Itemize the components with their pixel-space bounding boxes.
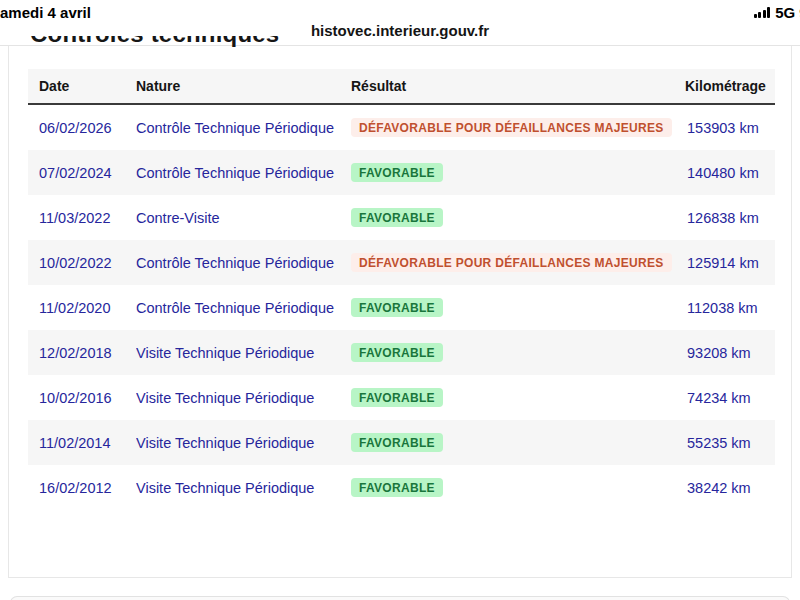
inspections-table: DateNatureRésultatKilométrage 06/02/2026… xyxy=(28,69,775,510)
controles-techniques-card: DateNatureRésultatKilométrage 06/02/2026… xyxy=(8,46,792,578)
section-title-clip: Contrôles techniques xyxy=(30,36,279,49)
table-row: 11/03/2022Contre-VisiteFAVORABLE126838 k… xyxy=(28,195,775,240)
table-row: 11/02/2014Visite Technique PériodiqueFAV… xyxy=(28,420,775,465)
status-right-cluster: 5G 90 xyxy=(754,4,800,21)
network-label: 5G 90 xyxy=(775,4,800,21)
page-title: Contrôles techniques xyxy=(30,36,279,48)
table-row: 16/02/2012Visite Technique PériodiqueFAV… xyxy=(28,465,775,510)
resultat-cell: FAVORABLE xyxy=(351,298,685,317)
column-header-date: Date xyxy=(39,78,136,94)
nature-cell: Visite Technique Périodique xyxy=(136,480,351,496)
km-cell: 125914 km xyxy=(685,255,775,271)
resultat-badge: FAVORABLE xyxy=(351,343,443,362)
nature-cell: Contrôle Technique Périodique xyxy=(136,300,351,316)
km-cell: 112038 km xyxy=(685,300,775,316)
status-date: Samedi 4 avril xyxy=(0,4,91,21)
date-cell: 11/03/2022 xyxy=(39,210,136,226)
table-row: 12/02/2018Visite Technique PériodiqueFAV… xyxy=(28,330,775,375)
nature-cell: Visite Technique Périodique xyxy=(136,435,351,451)
date-cell: 10/02/2022 xyxy=(39,255,136,271)
nature-cell: Contrôle Technique Périodique xyxy=(136,120,351,136)
km-cell: 93208 km xyxy=(685,345,775,361)
table-row: 07/02/2024Contrôle Technique PériodiqueF… xyxy=(28,150,775,195)
table-row: 06/02/2026Contrôle Technique PériodiqueD… xyxy=(28,105,775,150)
table-header-row: DateNatureRésultatKilométrage xyxy=(28,69,775,105)
km-cell: 126838 km xyxy=(685,210,775,226)
resultat-badge: FAVORABLE xyxy=(351,388,443,407)
resultat-cell: FAVORABLE xyxy=(351,163,685,182)
nature-cell: Visite Technique Périodique xyxy=(136,390,351,406)
resultat-badge: FAVORABLE xyxy=(351,298,443,317)
nature-cell: Contre-Visite xyxy=(136,210,351,226)
resultat-badge: FAVORABLE xyxy=(351,433,443,452)
date-cell: 07/02/2024 xyxy=(39,165,136,181)
resultat-badge: FAVORABLE xyxy=(351,163,443,182)
resultat-badge: FAVORABLE xyxy=(351,208,443,227)
resultat-cell: FAVORABLE xyxy=(351,433,685,452)
column-header-kilometrage: Kilométrage xyxy=(685,78,775,94)
resultat-cell: DÉFAVORABLE POUR DÉFAILLANCES MAJEURES xyxy=(351,253,685,272)
km-cell: 74234 km xyxy=(685,390,775,406)
date-cell: 11/02/2014 xyxy=(39,435,136,451)
date-cell: 11/02/2020 xyxy=(39,300,136,316)
nature-cell: Visite Technique Périodique xyxy=(136,345,351,361)
date-cell: 16/02/2012 xyxy=(39,480,136,496)
resultat-badge: DÉFAVORABLE POUR DÉFAILLANCES MAJEURES xyxy=(351,118,672,137)
resultat-cell: FAVORABLE xyxy=(351,343,685,362)
resultat-cell: FAVORABLE xyxy=(351,478,685,497)
resultat-badge: DÉFAVORABLE POUR DÉFAILLANCES MAJEURES xyxy=(351,253,672,272)
km-cell: 153903 km xyxy=(685,120,775,136)
resultat-cell: FAVORABLE xyxy=(351,208,685,227)
date-cell: 10/02/2016 xyxy=(39,390,136,406)
column-header-resultat: Résultat xyxy=(351,78,685,94)
cellular-signal-icon xyxy=(754,7,771,18)
resultat-cell: DÉFAVORABLE POUR DÉFAILLANCES MAJEURES xyxy=(351,118,685,137)
resultat-badge: FAVORABLE xyxy=(351,478,443,497)
nature-cell: Contrôle Technique Périodique xyxy=(136,255,351,271)
column-header-nature: Nature xyxy=(136,78,351,94)
date-cell: 06/02/2026 xyxy=(39,120,136,136)
next-card-top-edge xyxy=(10,596,790,600)
table-row: 10/02/2016Visite Technique PériodiqueFAV… xyxy=(28,375,775,420)
nature-cell: Contrôle Technique Périodique xyxy=(136,165,351,181)
table-body: 06/02/2026Contrôle Technique PériodiqueD… xyxy=(28,105,775,510)
table-row: 10/02/2022Contrôle Technique PériodiqueD… xyxy=(28,240,775,285)
km-cell: 55235 km xyxy=(685,435,775,451)
table-row: 11/02/2020Contrôle Technique PériodiqueF… xyxy=(28,285,775,330)
date-cell: 12/02/2018 xyxy=(39,345,136,361)
resultat-cell: FAVORABLE xyxy=(351,388,685,407)
km-cell: 38242 km xyxy=(685,480,775,496)
km-cell: 140480 km xyxy=(685,165,775,181)
status-bar: Samedi 4 avril 5G 90 xyxy=(0,0,800,22)
